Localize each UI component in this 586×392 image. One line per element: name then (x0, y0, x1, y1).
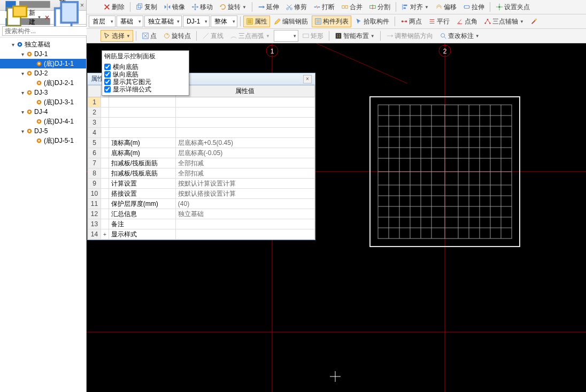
layer-dropdown[interactable]: 首层 (89, 16, 115, 27)
tree-leaf-dj2-1[interactable]: (底)DJ-2-1 (0, 78, 86, 88)
pick-button[interactable]: 拾取构件 (352, 16, 392, 27)
table-row[interactable]: 13备注 (88, 219, 315, 229)
checkbox[interactable] (104, 86, 111, 93)
properties-table: 属性值 1 2 3 4 5顶标高(m)层底标高+0.5(0.45) 6底标高(m… (88, 85, 315, 240)
properties-panel: 属性 × 属性值 1 2 3 4 5顶标高(m)层底标高+0.5(0.45) 6… (87, 73, 315, 240)
table-row[interactable]: 3 (88, 118, 315, 128)
tree-leaf-dj1-1[interactable]: (底)DJ-1-1 (0, 59, 86, 68)
tree-root[interactable]: ▾独立基础 (0, 40, 86, 49)
checkbox[interactable] (104, 79, 111, 85)
table-row[interactable]: 11保护层厚度(mm)(40) (88, 199, 315, 209)
align-button[interactable]: 对齐▼ (399, 1, 431, 13)
pencil-icon (274, 18, 281, 25)
svg-point-19 (38, 82, 40, 84)
origin-marker (330, 371, 341, 382)
twopt-button[interactable]: 两点 (398, 16, 425, 27)
move-icon (191, 3, 199, 11)
table-row[interactable]: 5顶标高(m)层底标高+0.5(0.45) (88, 138, 315, 148)
angle-button[interactable]: 点角 (453, 16, 480, 27)
stretch-button[interactable]: 拉伸 (460, 1, 487, 13)
checkbox[interactable] (104, 64, 111, 70)
type-dropdown[interactable]: 独立基础 (144, 16, 182, 27)
tree-leaf-dj4-1[interactable]: (底)DJ-4-1 (0, 117, 86, 126)
break-button[interactable]: 打断 (311, 1, 337, 13)
extend-icon (258, 3, 265, 11)
table-row[interactable]: 9计算设置按默认计算设置计算 (88, 179, 315, 189)
rotate-icon (219, 3, 227, 11)
popup-item-others[interactable]: 显示其它图元 (102, 78, 189, 86)
arc3-button[interactable]: 三点画弧▼ (227, 30, 273, 42)
mirror-icon (164, 3, 171, 11)
stretch-icon (463, 3, 471, 11)
gear-icon (35, 60, 43, 67)
search-input[interactable] (2, 26, 88, 36)
category-dropdown[interactable]: 基础 (117, 16, 143, 27)
trim-button[interactable]: 修剪 (283, 1, 310, 13)
checkbox[interactable] (104, 71, 111, 78)
mirror-button[interactable]: 镜像 (161, 1, 188, 13)
table-row[interactable]: 10搭接设置按默认搭接设置计算 (88, 189, 315, 199)
properties-button[interactable]: 属性 (243, 16, 270, 27)
angle-icon (456, 18, 464, 25)
smart-button[interactable]: 智能布置▼ (332, 30, 377, 42)
tree-node-dj3[interactable]: ▾DJ-3 (0, 88, 86, 97)
tree-node-dj2[interactable]: ▾DJ-2 (0, 68, 86, 78)
merge-button[interactable]: 合并 (338, 1, 365, 13)
tree-node-dj1[interactable]: ▾DJ-1 (0, 49, 86, 59)
offset-button[interactable]: 偏移 (433, 1, 459, 13)
copy-button[interactable]: 复制 (133, 1, 160, 13)
delete-button[interactable]: 删除 (101, 1, 127, 13)
table-row[interactable]: 14+显示样式 (88, 229, 315, 240)
move-button[interactable]: 移动 (189, 1, 215, 13)
toolbar-area: 删除 复制 镜像 移动 旋转▼ 延伸 修剪 打断 合并 分割 对齐▼ 偏移 拉伸… (87, 0, 586, 43)
split-button[interactable]: 分割 (366, 1, 393, 13)
popup-item-hbottom[interactable]: 横向底筋 (102, 63, 189, 71)
table-row[interactable]: 6底标高(m)层底标高(-0.05) (88, 148, 315, 158)
popup-item-vbottom[interactable]: 纵向底筋 (102, 71, 189, 78)
select-button[interactable]: 选择▼ (101, 30, 133, 42)
threeaux-button[interactable]: 三点辅轴▼ (481, 16, 527, 27)
svg-rect-38 (403, 7, 405, 9)
tree-node-dj4[interactable]: ▾DJ-4 (0, 107, 86, 117)
setgrip-button[interactable]: 设置夹点 (493, 1, 533, 13)
gear-icon (26, 127, 33, 135)
delete-small-button[interactable]: ✕ (44, 14, 50, 21)
editrebar-button[interactable]: 编辑钢筋 (271, 16, 311, 27)
svg-point-25 (28, 111, 30, 113)
rotate-button[interactable]: 旋转▼ (217, 1, 249, 13)
tree-leaf-dj5-1[interactable]: (底)DJ-5-1 (0, 136, 86, 145)
line-button[interactable]: 直线 (199, 30, 226, 42)
tree-leaf-dj3-1[interactable]: (底)DJ-3-1 (0, 97, 86, 107)
table-row[interactable]: 7扣减板/筏板面筋全部扣减 (88, 158, 315, 168)
svg-rect-37 (403, 5, 407, 6)
popup-title: 钢筋显示控制面板 (102, 51, 189, 63)
rotpoint-button[interactable]: 旋转点 (160, 30, 194, 42)
table-row[interactable]: 12汇总信息独立基础 (88, 209, 315, 219)
gear-icon (26, 108, 33, 116)
extend-button[interactable]: 延伸 (255, 1, 282, 13)
table-row[interactable]: 1 (88, 97, 315, 107)
draw-value-dropdown[interactable] (274, 30, 298, 42)
svg-text:2: 2 (443, 48, 447, 55)
adjust-button[interactable]: 调整钢筋方向 (383, 30, 436, 42)
gear-icon (26, 70, 33, 77)
popup-item-formula[interactable]: 显示详细公式 (102, 86, 189, 93)
tree-node-dj5[interactable]: ▾DJ-5 (0, 126, 86, 136)
svg-point-13 (28, 53, 30, 55)
complist-button[interactable]: 构件列表 (312, 16, 351, 27)
close-icon[interactable]: × (303, 75, 312, 83)
aux-extra-button[interactable] (528, 16, 541, 27)
scope-dropdown[interactable]: 整体 (211, 16, 237, 27)
rect-button[interactable]: 矩形 (299, 30, 326, 42)
svg-point-21 (28, 91, 30, 94)
svg-rect-39 (464, 5, 469, 8)
table-row[interactable]: 8扣减板/筏板底筋全部扣减 (88, 168, 315, 179)
check-button[interactable]: 查改标注▼ (437, 30, 482, 42)
col-value: 属性值 (175, 86, 314, 97)
table-row[interactable]: 4 (88, 128, 315, 138)
component-dropdown[interactable]: DJ-1 (183, 16, 210, 27)
table-row[interactable]: 2 (88, 107, 315, 118)
point-button[interactable]: 点 (139, 30, 159, 42)
svg-point-27 (38, 120, 40, 122)
parallel-button[interactable]: 平行 (426, 16, 452, 27)
